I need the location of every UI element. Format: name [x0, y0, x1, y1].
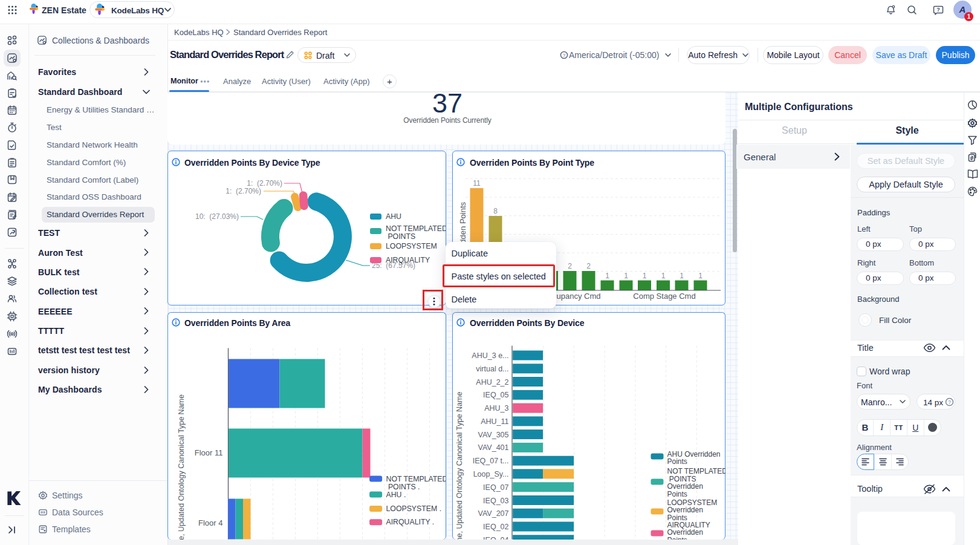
svg-text:VAV_207: VAV_207 [478, 509, 508, 518]
svg-text:Comp Stage Cmd: Comp Stage Cmd [633, 292, 695, 301]
svg-text:1: 1 [661, 271, 665, 279]
svg-text:LOOPSYSTEM: LOOPSYSTEM [386, 242, 437, 250]
svg-text:Points: Points [667, 457, 687, 466]
svg-text:IEQ_03: IEQ_03 [483, 496, 508, 504]
svg-text:IEQ_07: IEQ_07 [483, 483, 508, 491]
svg-text:AIRQUALITY: AIRQUALITY [386, 256, 430, 264]
svg-text:NOT TEMPLATED: NOT TEMPLATED [386, 474, 446, 483]
svg-text:1: 1 [680, 271, 684, 279]
svg-text:?: ? [936, 7, 940, 13]
svg-text:LOOPSYSTEM .: LOOPSYSTEM . [386, 504, 441, 513]
svg-text:AHU_11: AHU_11 [481, 417, 508, 425]
svg-text:AHU_2_2: AHU_2_2 [476, 377, 508, 386]
svg-text:VAV_305: VAV_305 [478, 430, 508, 439]
svg-text:1: (2.70%): 1: (2.70%) [226, 187, 261, 195]
svg-text:AHU: AHU [386, 212, 401, 221]
svg-text:1: 1 [642, 271, 646, 279]
svg-text:Floor 11: Floor 11 [194, 448, 222, 457]
svg-text:NOT TEMPLATED: NOT TEMPLATED [386, 224, 446, 233]
svg-text:2: 2 [568, 262, 572, 270]
svg-text:IEQ_04: IEQ_04 [483, 535, 508, 539]
svg-text:?: ? [563, 53, 566, 58]
svg-text:IEQ_05: IEQ_05 [483, 391, 508, 399]
svg-text:virtual d...: virtual d... [476, 364, 508, 373]
svg-text:10: (27.03%): 10: (27.03%) [195, 212, 239, 221]
svg-text:11: 11 [473, 179, 481, 188]
svg-text:Floor 4: Floor 4 [198, 518, 222, 527]
svg-text:e, Updated Ontology Canonical: e, Updated Ontology Canonical Type Name [177, 394, 185, 540]
svg-text:POINTS .: POINTS . [386, 482, 420, 491]
svg-text:1: 1 [624, 271, 628, 279]
svg-text:IEQ_02: IEQ_02 [483, 523, 508, 531]
svg-text:Points: Points [667, 535, 687, 539]
svg-text:2: 2 [586, 262, 591, 270]
svg-text:1: 1 [698, 271, 703, 279]
svg-text:IEQ_07 t...: IEQ_07 t... [472, 457, 508, 465]
svg-text:1: (2.70%): 1: (2.70%) [247, 179, 282, 188]
svg-text:?: ? [948, 399, 951, 405]
svg-text:1: 1 [605, 271, 609, 279]
svg-text:VAV_401: VAV_401 [478, 443, 508, 452]
svg-text:AHU_3: AHU_3 [484, 404, 508, 413]
svg-text:AIRQUALITY .: AIRQUALITY . [386, 518, 434, 526]
svg-text:POINTS: POINTS [386, 232, 415, 241]
svg-text:8: 8 [493, 207, 498, 215]
svg-text:Points: Points [667, 489, 687, 498]
svg-text:AHU .: AHU . [386, 490, 406, 498]
svg-text:Loop_Sy...: Loop_Sy... [473, 469, 508, 478]
svg-text:AHU_3 e...: AHU_3 e... [472, 351, 508, 360]
svg-text:ne, Updated Ontology Canonical: ne, Updated Ontology Canonical Type Name [455, 391, 463, 539]
